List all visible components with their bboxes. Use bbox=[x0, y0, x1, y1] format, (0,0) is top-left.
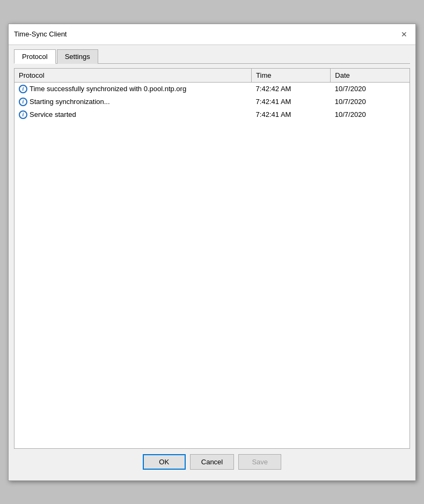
cancel-button[interactable]: Cancel bbox=[190, 454, 234, 470]
message-text: Time successfully synchronized with 0.po… bbox=[30, 85, 186, 93]
cell-time: 7:42:41 AM bbox=[252, 95, 331, 108]
info-icon: i bbox=[19, 110, 27, 119]
col-header-protocol: Protocol bbox=[14, 69, 252, 83]
info-icon: i bbox=[19, 98, 27, 106]
window-title: Time-Sync Client bbox=[14, 30, 67, 38]
table-row: iService started7:42:41 AM10/7/2020 bbox=[14, 108, 410, 121]
cell-message: iService started bbox=[14, 108, 252, 121]
protocol-table: Protocol Time Date iTime successfully sy… bbox=[14, 69, 410, 121]
tab-protocol[interactable]: Protocol bbox=[14, 49, 56, 64]
cell-date: 10/7/2020 bbox=[331, 82, 410, 95]
cell-date: 10/7/2020 bbox=[331, 108, 410, 121]
ok-button[interactable]: OK bbox=[143, 454, 186, 470]
table-body: iTime successfully synchronized with 0.p… bbox=[14, 82, 410, 121]
cell-time: 7:42:41 AM bbox=[252, 108, 331, 121]
cell-message: iStarting synchronization... bbox=[14, 95, 252, 108]
cell-date: 10/7/2020 bbox=[331, 95, 410, 108]
tab-bar: Protocol Settings bbox=[14, 49, 410, 64]
message-text: Starting synchronization... bbox=[30, 98, 110, 106]
button-bar: OK Cancel Save bbox=[14, 454, 410, 475]
info-icon: i bbox=[19, 85, 27, 93]
main-window: Time-Sync Client ✕ Protocol Settings Pro… bbox=[8, 24, 416, 481]
table-row: iStarting synchronization...7:42:41 AM10… bbox=[14, 95, 410, 108]
protocol-table-container: Protocol Time Date iTime successfully sy… bbox=[14, 68, 410, 449]
col-header-date: Date bbox=[331, 69, 410, 83]
col-header-time: Time bbox=[252, 69, 331, 83]
table-row: iTime successfully synchronized with 0.p… bbox=[14, 82, 410, 95]
tab-settings[interactable]: Settings bbox=[57, 49, 98, 64]
save-button[interactable]: Save bbox=[238, 454, 281, 470]
close-button[interactable]: ✕ bbox=[398, 28, 410, 40]
message-text: Service started bbox=[30, 110, 76, 118]
title-bar: Time-Sync Client ✕ bbox=[9, 24, 415, 45]
cell-message: iTime successfully synchronized with 0.p… bbox=[14, 82, 252, 95]
table-header-row: Protocol Time Date bbox=[14, 69, 410, 83]
cell-time: 7:42:42 AM bbox=[252, 82, 331, 95]
window-body: Protocol Settings Protocol Time Date iTi… bbox=[9, 45, 415, 480]
